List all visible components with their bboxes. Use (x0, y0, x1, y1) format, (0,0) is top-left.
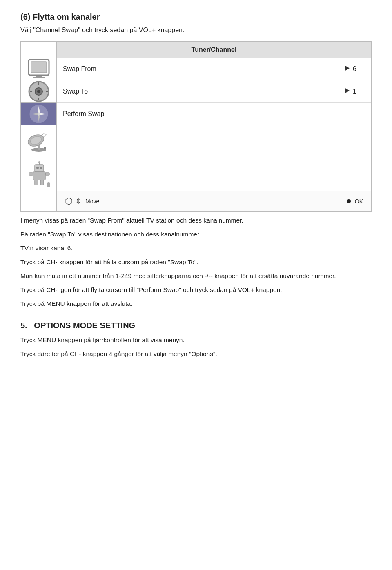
compass-icon-slot (21, 103, 57, 125)
ok-nav-item: OK (347, 198, 363, 205)
svg-line-22 (43, 134, 47, 137)
section6-title: (6) Flytta om kanaler (20, 12, 372, 22)
tv-icon-slot (21, 42, 57, 58)
section6-intro: Välj "Channel Swap" och tryck sedan på V… (20, 27, 372, 34)
swap-from-arrow (345, 65, 350, 73)
section5-para-1: Tryck MENU knappen på fjärrkontrollen fö… (20, 335, 372, 345)
swap-from-value: 6 (353, 65, 365, 73)
menu-nav-bar: ⬡ ⇕ Move OK (57, 191, 371, 211)
dial-icon (27, 80, 50, 103)
svg-rect-29 (33, 172, 45, 180)
svg-rect-3 (33, 77, 45, 78)
perform-swap-row: Perform Swap (57, 103, 371, 125)
body-para-5: Man kan mata in ett nummer från 1-249 me… (20, 271, 372, 281)
swap-to-value: 1 (353, 88, 365, 95)
move-icon: ⇕ (75, 197, 81, 206)
triangle-right-icon-2 (345, 88, 350, 94)
channel-swap-menu: Tuner/Channel Swap From 6 Swap To 1 Perf… (20, 41, 372, 212)
bottom-dot: . (20, 367, 372, 376)
icon-column (20, 41, 56, 212)
tv-set-icon (27, 59, 51, 79)
svg-point-25 (36, 167, 39, 169)
satellite-icon (24, 127, 53, 156)
section5-title: 5. OPTIONS MODE SETTING (20, 321, 372, 330)
svg-point-26 (40, 167, 42, 169)
move-arrows-icon: ⬡ (65, 196, 73, 207)
empty-row-robot (57, 158, 371, 191)
dial-icon-slot (21, 80, 57, 103)
body-para-2: På raden "Swap To" visas destinationen o… (20, 229, 372, 239)
triangle-right-icon (345, 65, 350, 71)
ok-label: OK (355, 198, 363, 205)
swap-from-label: Swap From (63, 65, 345, 73)
satellite-icon-slot (21, 125, 57, 158)
menu-header: Tuner/Channel (57, 42, 371, 58)
svg-point-34 (47, 182, 50, 185)
svg-rect-24 (35, 165, 44, 172)
svg-rect-32 (29, 173, 33, 175)
move-label: Move (85, 198, 99, 205)
section5-title-text: OPTIONS MODE SETTING (34, 321, 135, 330)
channel-swap-menu-panel: Tuner/Channel Swap From 6 Swap To 1 Perf… (56, 41, 372, 212)
ok-dot-icon (347, 199, 351, 203)
svg-rect-30 (35, 180, 38, 185)
perform-swap-label: Perform Swap (63, 110, 365, 118)
body-para-4: Tryck på CH- knappen för att hålla curso… (20, 257, 372, 267)
svg-rect-1 (31, 62, 47, 73)
move-nav-item: ⬡ ⇕ Move (65, 196, 99, 207)
svg-point-6 (37, 90, 40, 93)
svg-rect-33 (45, 173, 49, 175)
empty-row-satellite (57, 125, 371, 158)
tv-icon (21, 58, 57, 80)
body-para-6: Tryck på CH- igen för att flytta cursorn… (20, 285, 372, 295)
svg-point-28 (38, 161, 40, 163)
body-para-3: TV:n visar kanal 6. (20, 243, 372, 253)
svg-line-21 (42, 133, 44, 136)
body-para-7: Tryck på MENU knappen för att avsluta. (20, 299, 372, 309)
section5-para-2: Tryck därefter på CH- knappen 4 gånger f… (20, 349, 372, 359)
swap-to-row: Swap To 1 (57, 80, 371, 103)
robot-icon (26, 161, 52, 188)
menu-header-label: Tuner/Channel (192, 46, 237, 53)
section5-number: 5. (20, 321, 27, 330)
svg-point-23 (44, 147, 46, 149)
svg-rect-35 (47, 185, 50, 187)
body-para-1: I menyn visas på raden "Swap From" aktue… (20, 216, 372, 225)
svg-rect-31 (40, 180, 44, 185)
swap-from-row: Swap From 6 (57, 58, 371, 80)
swap-to-label: Swap To (63, 88, 345, 95)
compass-icon (27, 102, 50, 125)
robot-icon-slot (21, 158, 57, 191)
swap-to-arrow (345, 88, 350, 95)
